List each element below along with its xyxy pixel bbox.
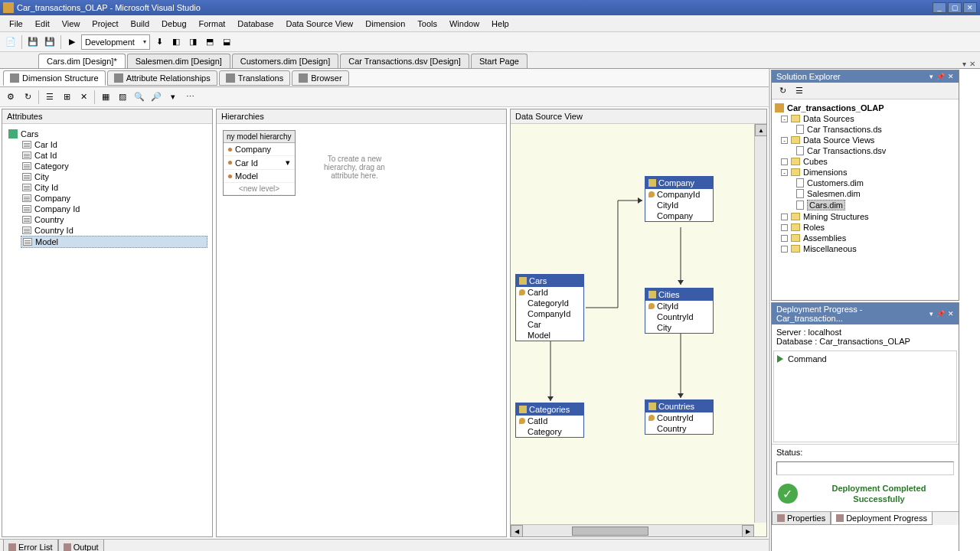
sln-file[interactable]: Car Transactions.dsv bbox=[796, 145, 956, 156]
entity-column[interactable]: CompanyId bbox=[645, 189, 713, 200]
attribute-item[interactable]: Category bbox=[21, 161, 207, 171]
hierarchy-box[interactable]: ny model hierarchy CompanyCar Id▾Model <… bbox=[223, 130, 296, 196]
menu-window[interactable]: Window bbox=[443, 18, 485, 30]
panel-tab[interactable]: Properties bbox=[772, 512, 831, 525]
attribute-item[interactable]: Country Id bbox=[21, 225, 207, 236]
minimize-button[interactable]: _ bbox=[933, 2, 946, 13]
sln-folder[interactable]: -Data Sources bbox=[781, 113, 956, 124]
attribute-item[interactable]: City bbox=[21, 171, 207, 182]
panel-pin-icon[interactable]: 📌 bbox=[936, 73, 945, 80]
toolbar-btn-2[interactable]: ◨ bbox=[185, 34, 201, 50]
chevron-down-icon[interactable]: ▾ bbox=[286, 158, 290, 168]
entity-column[interactable]: City bbox=[645, 322, 713, 333]
menu-dimension[interactable]: Dimension bbox=[359, 18, 411, 30]
sln-folder[interactable]: Cubes bbox=[781, 156, 956, 167]
bottom-tab[interactable]: Output bbox=[58, 540, 104, 551]
expander-icon[interactable] bbox=[781, 214, 788, 220]
designer-tab[interactable]: Browser bbox=[292, 70, 348, 86]
menu-data-source-view[interactable]: Data Source View bbox=[279, 18, 359, 30]
menu-file[interactable]: File bbox=[3, 18, 29, 30]
sln-folder[interactable]: Mining Structures bbox=[781, 211, 956, 222]
sln-file[interactable]: Car Transactions.ds bbox=[796, 124, 956, 135]
expander-icon[interactable]: - bbox=[781, 169, 788, 176]
entity-column[interactable]: Country bbox=[645, 423, 713, 434]
entity-column[interactable]: CountryId bbox=[645, 412, 713, 423]
entity-column[interactable]: Company bbox=[645, 210, 713, 221]
dsv-canvas[interactable]: CompanyCompanyIdCityIdCompany CarsCarIdC… bbox=[511, 124, 766, 536]
deploy-button[interactable]: ⬇ bbox=[152, 34, 167, 50]
find-button[interactable]: 🔍 bbox=[132, 90, 147, 105]
attribute-item[interactable]: Company Id bbox=[21, 204, 207, 214]
zoom-button[interactable]: 🔎 bbox=[149, 90, 164, 105]
deploy-dropdown-icon[interactable]: ▾ bbox=[929, 310, 933, 318]
sln-file[interactable]: Cars.dim bbox=[796, 199, 956, 211]
panel-tab[interactable]: Deployment Progress bbox=[831, 512, 933, 525]
process-button[interactable]: ⚙ bbox=[3, 90, 18, 105]
sln-folder[interactable]: Miscellaneous bbox=[781, 243, 956, 254]
entity-cars[interactable]: CarsCarIdCategoryIdCompanyIdCarModel bbox=[515, 274, 584, 341]
sln-refresh-button[interactable]: ↻ bbox=[775, 83, 790, 99]
expander-icon[interactable]: - bbox=[781, 137, 788, 144]
deploy-close-icon[interactable]: ✕ bbox=[948, 310, 954, 318]
scroll-up-icon[interactable]: ▲ bbox=[755, 124, 766, 136]
panel-dropdown-icon[interactable]: ▾ bbox=[929, 73, 933, 80]
show-table-button[interactable]: ▦ bbox=[98, 90, 113, 105]
sln-file[interactable]: Customers.dim bbox=[796, 178, 956, 188]
tab-close-icon[interactable]: ✕ bbox=[969, 60, 975, 68]
bottom-tab[interactable]: Error List bbox=[3, 540, 58, 551]
designer-tab[interactable]: Attribute Relationships bbox=[107, 70, 217, 86]
expander-icon[interactable] bbox=[781, 158, 788, 165]
menu-tools[interactable]: Tools bbox=[411, 18, 443, 30]
toolbar-btn-3[interactable]: ⬒ bbox=[202, 34, 217, 50]
more-button[interactable]: ⋯ bbox=[182, 90, 198, 105]
attribute-item[interactable]: City Id bbox=[21, 182, 207, 193]
run-button[interactable]: ▶ bbox=[64, 34, 80, 50]
maximize-button[interactable]: ▢ bbox=[948, 2, 962, 13]
attribute-item[interactable]: Cat Id bbox=[21, 150, 207, 161]
zoom-dropdown[interactable]: ▾ bbox=[165, 90, 181, 105]
hierarchy-name[interactable]: ny model hierarchy bbox=[224, 131, 295, 143]
dsv-scroll-v[interactable]: ▲ bbox=[754, 124, 766, 523]
view-tree-button[interactable]: ⊞ bbox=[59, 90, 74, 105]
doc-tab[interactable]: Start Page bbox=[471, 54, 528, 68]
doc-tab[interactable]: Customers.dim [Design] bbox=[232, 54, 338, 68]
delete-button[interactable]: ✕ bbox=[76, 90, 91, 105]
close-button[interactable]: ✕ bbox=[963, 2, 977, 13]
new-level-placeholder[interactable]: <new level> bbox=[224, 183, 295, 195]
entity-column[interactable]: CityId bbox=[645, 200, 713, 210]
doc-tab[interactable]: Salesmen.dim [Design] bbox=[127, 54, 230, 68]
entity-column[interactable]: CategoryId bbox=[516, 298, 583, 308]
dsv-scroll-h[interactable]: ◀ ▶ bbox=[511, 524, 754, 536]
entity-column[interactable]: Category bbox=[516, 426, 583, 437]
entity-column[interactable]: CityId bbox=[645, 301, 713, 311]
entity-column[interactable]: CarId bbox=[516, 287, 583, 298]
expander-icon[interactable] bbox=[781, 246, 788, 253]
attribute-item[interactable]: Car Id bbox=[21, 139, 207, 150]
designer-tab[interactable]: Dimension Structure bbox=[3, 70, 106, 86]
hierarchy-level[interactable]: Company bbox=[224, 143, 295, 156]
refresh-button[interactable]: ↻ bbox=[20, 90, 35, 105]
attribute-item[interactable]: Company bbox=[21, 193, 207, 204]
project-node[interactable]: Car_transactions_OLAP bbox=[775, 103, 956, 113]
entity-column[interactable]: CompanyId bbox=[516, 308, 583, 319]
sln-showall-button[interactable]: ☰ bbox=[792, 83, 807, 99]
deploy-command-node[interactable]: Command bbox=[777, 354, 953, 364]
expander-icon[interactable]: - bbox=[781, 116, 788, 122]
sln-folder[interactable]: Assemblies bbox=[781, 233, 956, 243]
sln-folder[interactable]: -Dimensions bbox=[781, 167, 956, 178]
menu-help[interactable]: Help bbox=[485, 18, 515, 30]
scroll-thumb-h[interactable] bbox=[572, 527, 648, 536]
entity-column[interactable]: CatId bbox=[516, 416, 583, 426]
entity-column[interactable]: Model bbox=[516, 330, 583, 341]
hierarchy-level[interactable]: Model bbox=[224, 170, 295, 183]
save-button[interactable]: 💾 bbox=[25, 34, 41, 50]
toolbar-btn-4[interactable]: ⬓ bbox=[219, 34, 234, 50]
hide-table-button[interactable]: ▨ bbox=[115, 90, 130, 105]
menu-database[interactable]: Database bbox=[231, 18, 279, 30]
menu-edit[interactable]: Edit bbox=[29, 18, 56, 30]
expander-icon[interactable] bbox=[781, 235, 788, 242]
sln-folder[interactable]: -Data Source Views bbox=[781, 135, 956, 145]
menu-debug[interactable]: Debug bbox=[155, 18, 192, 30]
menu-format[interactable]: Format bbox=[193, 18, 232, 30]
entity-company[interactable]: CompanyCompanyIdCityIdCompany bbox=[645, 176, 714, 222]
